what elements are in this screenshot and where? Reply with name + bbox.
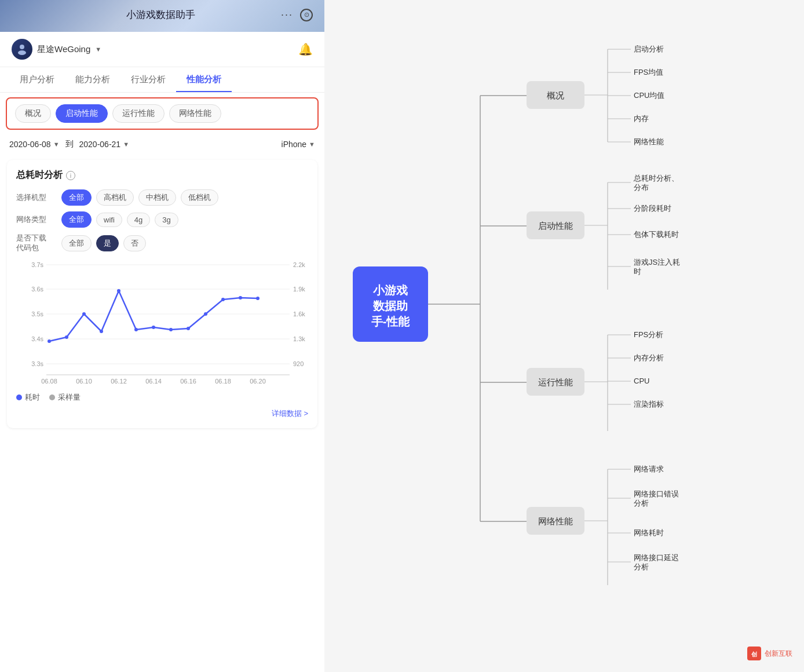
user-info[interactable]: 星途WeGoing ▼ bbox=[12, 39, 101, 60]
chart-card: 总耗时分析 i 选择机型 全部 高档机 中档机 低档机 网络类型 全部 wifi… bbox=[7, 160, 317, 428]
chart-title-text: 总耗时分析 bbox=[16, 169, 63, 181]
svg-point-30 bbox=[134, 328, 138, 331]
legend-time-label: 耗时 bbox=[25, 392, 40, 403]
svg-text:3.3s: 3.3s bbox=[31, 360, 43, 367]
svg-point-0 bbox=[20, 45, 24, 49]
svg-text:06.14: 06.14 bbox=[145, 378, 162, 385]
sub-tab-runtime[interactable]: 运行性能 bbox=[112, 104, 165, 123]
legend-time-dot bbox=[16, 395, 22, 400]
svg-text:06.10: 06.10 bbox=[76, 378, 92, 385]
svg-text:3.4s: 3.4s bbox=[31, 335, 43, 342]
chart-title-row: 总耗时分析 i bbox=[16, 169, 308, 181]
svg-text:时: 时 bbox=[634, 267, 641, 276]
svg-point-36 bbox=[239, 296, 242, 300]
filter-machine-all[interactable]: 全部 bbox=[61, 189, 92, 206]
svg-text:内存: 内存 bbox=[634, 114, 649, 123]
device-arrow: ▼ bbox=[309, 141, 315, 148]
avatar bbox=[12, 39, 32, 60]
svg-text:总耗时分析、: 总耗时分析、 bbox=[633, 174, 679, 182]
filter-network-wifi[interactable]: wifi bbox=[96, 213, 122, 227]
svg-text:启动分析: 启动分析 bbox=[634, 45, 664, 53]
svg-text:FPS分析: FPS分析 bbox=[634, 330, 663, 339]
svg-text:游戏JS注入耗: 游戏JS注入耗 bbox=[634, 258, 680, 266]
svg-text:网络接口延迟: 网络接口延迟 bbox=[634, 553, 679, 562]
sub-tab-overview[interactable]: 概况 bbox=[15, 104, 51, 123]
svg-text:920: 920 bbox=[293, 360, 304, 367]
info-icon[interactable]: i bbox=[66, 171, 75, 180]
chart-legend: 耗时 采样量 bbox=[16, 392, 308, 403]
svg-text:网络耗时: 网络耗时 bbox=[634, 528, 664, 537]
svg-text:手-性能: 手-性能 bbox=[371, 315, 411, 328]
mindmap-container: 小游戏 数据助 手-性能 概况 启动分析 FPS均值 CPU均值 内存 网 bbox=[336, 17, 792, 626]
filter-machine-low[interactable]: 低档机 bbox=[181, 189, 218, 206]
svg-point-37 bbox=[256, 297, 260, 300]
svg-text:内存分析: 内存分析 bbox=[634, 353, 664, 362]
filter-machine-type: 选择机型 全部 高档机 中档机 低档机 bbox=[16, 189, 308, 206]
date-from-btn[interactable]: 2020-06-08 ▼ bbox=[9, 140, 60, 149]
svg-text:06.18: 06.18 bbox=[215, 378, 231, 385]
svg-text:网络接口错误: 网络接口错误 bbox=[634, 490, 679, 498]
filter-network-type: 网络类型 全部 wifi 4g 3g bbox=[16, 211, 308, 228]
tab-ability-analysis[interactable]: 能力分析 bbox=[65, 67, 120, 92]
svg-text:2.2k: 2.2k bbox=[293, 261, 305, 268]
more-icon[interactable]: ··· bbox=[281, 9, 293, 21]
filter-network-all[interactable]: 全部 bbox=[61, 211, 92, 228]
tab-user-analysis[interactable]: 用户分析 bbox=[9, 67, 65, 92]
left-panel: 小游戏数据助手 ··· ⊙ 星途WeGoing ▼ 🔔 用户分析 能力分析 行业… bbox=[0, 0, 324, 672]
svg-text:启动性能: 启动性能 bbox=[538, 221, 573, 231]
svg-text:06.12: 06.12 bbox=[111, 378, 127, 385]
phone-topbar: 小游戏数据助手 ··· ⊙ bbox=[0, 0, 324, 32]
phone-icons-right[interactable]: ··· ⊙ bbox=[281, 9, 313, 21]
filter-network-3g[interactable]: 3g bbox=[155, 213, 178, 227]
filter-machine-mid[interactable]: 中档机 bbox=[138, 189, 176, 206]
user-bar: 星途WeGoing ▼ 🔔 bbox=[0, 32, 324, 67]
date-to-arrow: ▼ bbox=[123, 141, 129, 148]
chart-detail-link[interactable]: 详细数据 > bbox=[16, 408, 308, 419]
filter-download-label: 是否下载代码包 bbox=[16, 233, 57, 253]
device-filter-btn[interactable]: iPhone ▼ bbox=[282, 140, 315, 149]
svg-text:CPU均值: CPU均值 bbox=[634, 91, 664, 100]
svg-point-27 bbox=[82, 312, 86, 316]
svg-text:网络性能: 网络性能 bbox=[538, 516, 573, 526]
svg-point-28 bbox=[100, 330, 103, 333]
notification-bell-icon[interactable]: 🔔 bbox=[298, 42, 313, 56]
device-label: iPhone bbox=[282, 140, 307, 149]
svg-text:3.7s: 3.7s bbox=[31, 261, 43, 268]
watermark-logo: 创 bbox=[747, 647, 761, 660]
date-filter: 2020-06-08 ▼ 到 2020-06-21 ▼ iPhone ▼ bbox=[0, 134, 324, 154]
filter-download-no[interactable]: 否 bbox=[123, 235, 146, 251]
user-name: 星途WeGoing bbox=[37, 44, 90, 55]
svg-text:1.6k: 1.6k bbox=[293, 311, 305, 317]
filter-download-all[interactable]: 全部 bbox=[61, 235, 92, 251]
filter-machine-high[interactable]: 高档机 bbox=[96, 189, 134, 206]
date-from-label: 2020-06-08 bbox=[9, 140, 51, 149]
filter-network-4g[interactable]: 4g bbox=[127, 213, 150, 227]
svg-text:1.9k: 1.9k bbox=[293, 286, 305, 293]
chart-detail-text: 详细数据 > bbox=[272, 408, 308, 419]
legend-sample: 采样量 bbox=[49, 392, 81, 403]
svg-text:06.20: 06.20 bbox=[250, 378, 266, 385]
sub-tab-startup[interactable]: 启动性能 bbox=[56, 104, 108, 123]
user-dropdown-icon[interactable]: ▼ bbox=[95, 46, 101, 53]
line-chart-svg: 3.7s 3.6s 3.5s 3.4s 3.3s 2.2k 1.9k 1.6k … bbox=[16, 259, 308, 386]
svg-text:网络性能: 网络性能 bbox=[634, 137, 664, 146]
svg-text:分析: 分析 bbox=[634, 563, 649, 571]
svg-point-34 bbox=[204, 312, 207, 316]
record-icon[interactable]: ⊙ bbox=[300, 9, 313, 21]
filter-machine-label: 选择机型 bbox=[16, 192, 57, 203]
tab-performance-analysis[interactable]: 性能分析 bbox=[176, 67, 232, 92]
svg-text:分布: 分布 bbox=[634, 183, 649, 192]
svg-text:运行性能: 运行性能 bbox=[538, 377, 573, 387]
app-title: 小游戏数据助手 bbox=[41, 8, 281, 21]
date-to-btn[interactable]: 2020-06-21 ▼ bbox=[79, 140, 130, 149]
filter-download-yes[interactable]: 是 bbox=[96, 235, 119, 251]
svg-point-1 bbox=[18, 50, 26, 55]
svg-text:数据助: 数据助 bbox=[372, 300, 408, 312]
tab-industry-analysis[interactable]: 行业分析 bbox=[120, 67, 176, 92]
sub-tabs-container: 概况 启动性能 运行性能 网络性能 bbox=[6, 97, 319, 130]
svg-text:小游戏: 小游戏 bbox=[372, 284, 408, 297]
svg-text:FPS均值: FPS均值 bbox=[634, 68, 663, 76]
svg-point-31 bbox=[152, 326, 155, 329]
sub-tab-network[interactable]: 网络性能 bbox=[169, 104, 221, 123]
svg-text:网络请求: 网络请求 bbox=[634, 465, 664, 473]
